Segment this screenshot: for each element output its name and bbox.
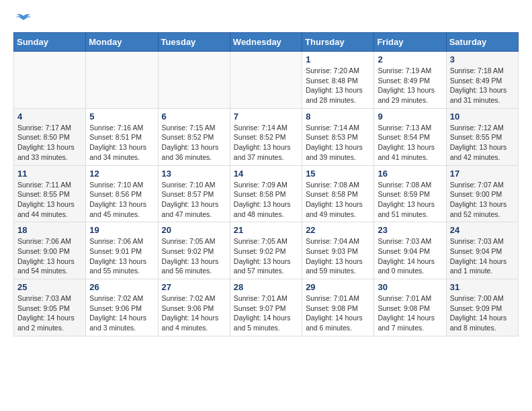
day-number: 25 xyxy=(17,282,82,292)
calendar-cell: 7Sunrise: 7:14 AMSunset: 8:52 PMDaylight… xyxy=(230,108,302,165)
day-info: Sunrise: 7:11 AMSunset: 8:55 PMDaylight:… xyxy=(17,180,82,220)
calendar-cell: 15Sunrise: 7:08 AMSunset: 8:58 PMDayligh… xyxy=(302,165,374,222)
day-info: Sunrise: 7:02 AMSunset: 9:06 PMDaylight:… xyxy=(89,293,154,333)
calendar-cell xyxy=(230,52,302,109)
col-saturday: Saturday xyxy=(446,33,518,52)
day-info: Sunrise: 7:10 AMSunset: 8:57 PMDaylight:… xyxy=(162,180,226,220)
calendar-cell: 22Sunrise: 7:04 AMSunset: 9:03 PMDayligh… xyxy=(302,222,374,279)
day-number: 17 xyxy=(450,169,515,179)
day-info: Sunrise: 7:07 AMSunset: 9:00 PMDaylight:… xyxy=(450,180,515,220)
day-number: 24 xyxy=(450,225,515,235)
day-info: Sunrise: 7:06 AMSunset: 9:00 PMDaylight:… xyxy=(17,236,82,276)
day-info: Sunrise: 7:03 AMSunset: 9:05 PMDaylight:… xyxy=(17,293,82,333)
calendar-cell: 25Sunrise: 7:03 AMSunset: 9:05 PMDayligh… xyxy=(14,279,86,336)
calendar-header-row: Sunday Monday Tuesday Wednesday Thursday… xyxy=(14,33,519,52)
day-number: 26 xyxy=(89,282,154,292)
col-sunday: Sunday xyxy=(14,33,86,52)
day-number: 30 xyxy=(378,282,442,292)
col-monday: Monday xyxy=(86,33,158,52)
calendar-cell: 5Sunrise: 7:16 AMSunset: 8:51 PMDaylight… xyxy=(86,108,158,165)
day-info: Sunrise: 7:09 AMSunset: 8:58 PMDaylight:… xyxy=(234,180,298,220)
day-info: Sunrise: 7:00 AMSunset: 9:09 PMDaylight:… xyxy=(450,293,515,333)
day-number: 7 xyxy=(234,111,298,122)
calendar-week-row: 18Sunrise: 7:06 AMSunset: 9:00 PMDayligh… xyxy=(14,222,519,279)
calendar-cell: 19Sunrise: 7:06 AMSunset: 9:01 PMDayligh… xyxy=(86,222,158,279)
calendar-cell: 20Sunrise: 7:05 AMSunset: 9:02 PMDayligh… xyxy=(158,222,230,279)
day-info: Sunrise: 7:03 AMSunset: 9:04 PMDaylight:… xyxy=(450,236,515,276)
day-info: Sunrise: 7:14 AMSunset: 8:52 PMDaylight:… xyxy=(234,123,298,163)
calendar-cell: 11Sunrise: 7:11 AMSunset: 8:55 PMDayligh… xyxy=(14,165,86,222)
calendar-cell: 27Sunrise: 7:02 AMSunset: 9:06 PMDayligh… xyxy=(158,279,230,336)
calendar-cell: 31Sunrise: 7:00 AMSunset: 9:09 PMDayligh… xyxy=(446,279,518,336)
day-info: Sunrise: 7:08 AMSunset: 8:58 PMDaylight:… xyxy=(306,180,370,220)
calendar-cell xyxy=(86,52,158,109)
day-info: Sunrise: 7:05 AMSunset: 9:02 PMDaylight:… xyxy=(234,236,298,276)
day-info: Sunrise: 7:02 AMSunset: 9:06 PMDaylight:… xyxy=(162,293,226,333)
day-info: Sunrise: 7:16 AMSunset: 8:51 PMDaylight:… xyxy=(89,123,154,163)
day-number: 12 xyxy=(89,169,154,179)
logo-bird-icon xyxy=(15,13,32,26)
col-thursday: Thursday xyxy=(302,33,374,52)
calendar-cell: 6Sunrise: 7:15 AMSunset: 8:52 PMDaylight… xyxy=(158,108,230,165)
col-wednesday: Wednesday xyxy=(230,33,302,52)
day-info: Sunrise: 7:03 AMSunset: 9:04 PMDaylight:… xyxy=(378,236,442,276)
day-info: Sunrise: 7:20 AMSunset: 8:48 PMDaylight:… xyxy=(306,66,370,105)
day-number: 20 xyxy=(162,225,226,235)
calendar-cell: 3Sunrise: 7:18 AMSunset: 8:49 PMDaylight… xyxy=(446,52,518,109)
calendar-cell: 21Sunrise: 7:05 AMSunset: 9:02 PMDayligh… xyxy=(230,222,302,279)
calendar-cell: 1Sunrise: 7:20 AMSunset: 8:48 PMDaylight… xyxy=(302,52,374,109)
calendar-cell: 26Sunrise: 7:02 AMSunset: 9:06 PMDayligh… xyxy=(86,279,158,336)
day-info: Sunrise: 7:14 AMSunset: 8:53 PMDaylight:… xyxy=(306,123,370,163)
day-number: 16 xyxy=(378,169,442,179)
day-number: 31 xyxy=(450,282,515,292)
day-number: 29 xyxy=(306,282,370,292)
day-number: 13 xyxy=(162,169,226,179)
calendar-table: Sunday Monday Tuesday Wednesday Thursday… xyxy=(13,32,519,336)
logo xyxy=(13,13,34,26)
calendar-cell xyxy=(158,52,230,109)
day-info: Sunrise: 7:01 AMSunset: 9:08 PMDaylight:… xyxy=(306,293,370,333)
calendar-week-row: 11Sunrise: 7:11 AMSunset: 8:55 PMDayligh… xyxy=(14,165,519,222)
day-number: 4 xyxy=(17,111,82,122)
calendar-cell: 18Sunrise: 7:06 AMSunset: 9:00 PMDayligh… xyxy=(14,222,86,279)
day-number: 6 xyxy=(162,111,226,122)
calendar-cell xyxy=(14,52,86,109)
day-number: 28 xyxy=(234,282,298,292)
day-info: Sunrise: 7:13 AMSunset: 8:54 PMDaylight:… xyxy=(378,123,442,163)
day-number: 1 xyxy=(306,54,370,64)
day-number: 5 xyxy=(89,111,154,122)
calendar-cell: 24Sunrise: 7:03 AMSunset: 9:04 PMDayligh… xyxy=(446,222,518,279)
day-info: Sunrise: 7:10 AMSunset: 8:56 PMDaylight:… xyxy=(89,180,154,220)
day-info: Sunrise: 7:17 AMSunset: 8:50 PMDaylight:… xyxy=(17,123,82,163)
day-number: 19 xyxy=(89,225,154,235)
calendar-cell: 29Sunrise: 7:01 AMSunset: 9:08 PMDayligh… xyxy=(302,279,374,336)
calendar-cell: 8Sunrise: 7:14 AMSunset: 8:53 PMDaylight… xyxy=(302,108,374,165)
day-number: 27 xyxy=(162,282,226,292)
calendar-cell: 2Sunrise: 7:19 AMSunset: 8:49 PMDaylight… xyxy=(374,52,446,109)
day-number: 14 xyxy=(234,169,298,179)
calendar-cell: 30Sunrise: 7:01 AMSunset: 9:08 PMDayligh… xyxy=(374,279,446,336)
calendar-cell: 12Sunrise: 7:10 AMSunset: 8:56 PMDayligh… xyxy=(86,165,158,222)
calendar-cell: 14Sunrise: 7:09 AMSunset: 8:58 PMDayligh… xyxy=(230,165,302,222)
day-number: 3 xyxy=(450,54,515,64)
day-info: Sunrise: 7:01 AMSunset: 9:08 PMDaylight:… xyxy=(378,293,442,333)
col-friday: Friday xyxy=(374,33,446,52)
day-number: 9 xyxy=(378,111,442,122)
day-info: Sunrise: 7:19 AMSunset: 8:49 PMDaylight:… xyxy=(378,66,442,105)
page-header xyxy=(13,13,519,26)
calendar-week-row: 25Sunrise: 7:03 AMSunset: 9:05 PMDayligh… xyxy=(14,279,519,336)
calendar-week-row: 1Sunrise: 7:20 AMSunset: 8:48 PMDaylight… xyxy=(14,52,519,109)
day-info: Sunrise: 7:05 AMSunset: 9:02 PMDaylight:… xyxy=(162,236,226,276)
calendar-cell: 28Sunrise: 7:01 AMSunset: 9:07 PMDayligh… xyxy=(230,279,302,336)
day-number: 23 xyxy=(378,225,442,235)
day-number: 22 xyxy=(306,225,370,235)
day-number: 2 xyxy=(378,54,442,64)
calendar-cell: 23Sunrise: 7:03 AMSunset: 9:04 PMDayligh… xyxy=(374,222,446,279)
day-number: 21 xyxy=(234,225,298,235)
day-number: 18 xyxy=(17,225,82,235)
calendar-cell: 13Sunrise: 7:10 AMSunset: 8:57 PMDayligh… xyxy=(158,165,230,222)
calendar-cell: 17Sunrise: 7:07 AMSunset: 9:00 PMDayligh… xyxy=(446,165,518,222)
day-info: Sunrise: 7:18 AMSunset: 8:49 PMDaylight:… xyxy=(450,66,515,105)
day-info: Sunrise: 7:12 AMSunset: 8:55 PMDaylight:… xyxy=(450,123,515,163)
day-info: Sunrise: 7:06 AMSunset: 9:01 PMDaylight:… xyxy=(89,236,154,276)
